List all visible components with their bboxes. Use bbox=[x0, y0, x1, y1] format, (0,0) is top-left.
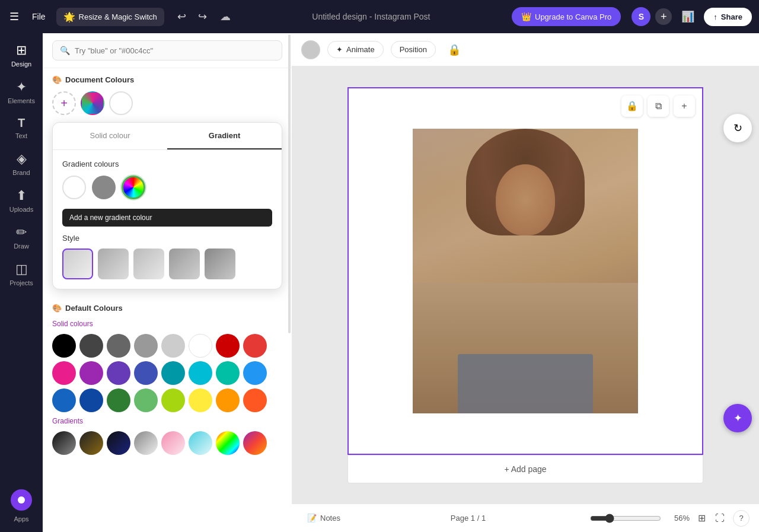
swatch-black[interactable] bbox=[52, 334, 76, 358]
analytics-icon[interactable]: 📊 bbox=[677, 8, 699, 26]
projects-icon: ◫ bbox=[15, 262, 28, 277]
gradient-swatch-1[interactable] bbox=[52, 431, 76, 455]
swatch-darkgreen[interactable] bbox=[107, 388, 130, 412]
swatch-midgray[interactable] bbox=[134, 334, 158, 358]
ai-assistant-button[interactable]: ✦ bbox=[723, 404, 752, 432]
sidebar-label-apps: Apps bbox=[14, 515, 28, 523]
palette-icon-2: 🎨 bbox=[52, 304, 62, 313]
file-menu[interactable]: File bbox=[27, 9, 50, 24]
menu-icon[interactable]: ☰ bbox=[7, 8, 21, 26]
swatch-lime[interactable] bbox=[161, 388, 185, 412]
sidebar-item-uploads[interactable]: ⬆ Uploads bbox=[4, 183, 39, 218]
swatch-blue[interactable] bbox=[243, 361, 267, 385]
bottom-bar: 📝 Notes Page 1 / 1 56% ⊞ ⛶ ? bbox=[292, 504, 759, 532]
sidebar-item-brand[interactable]: ◈ Brand bbox=[4, 146, 39, 181]
upgrade-button[interactable]: 👑 Upgrade to Canva Pro bbox=[512, 7, 621, 26]
canvas-viewport[interactable]: 🔒 ⧉ + bbox=[292, 66, 759, 504]
style-swatch-1[interactable] bbox=[62, 249, 93, 279]
default-colours-title: 🎨 Default Colours bbox=[52, 304, 282, 313]
sidebar-label-design: Design bbox=[11, 60, 31, 68]
gradient-swatch-3[interactable] bbox=[107, 431, 130, 455]
zoom-slider[interactable] bbox=[590, 514, 661, 523]
help-button[interactable]: ? bbox=[733, 510, 750, 527]
add-page-button[interactable]: + Add page bbox=[347, 455, 703, 483]
user-avatar[interactable]: S bbox=[632, 7, 650, 26]
swatch-darkred[interactable] bbox=[216, 334, 240, 358]
document-title[interactable]: Untitled design - Instagram Post bbox=[237, 12, 506, 21]
sidebar-item-draw[interactable]: ✏ Draw bbox=[4, 220, 39, 254]
magic-switch-button[interactable]: 🌟 Resize & Magic Switch bbox=[56, 8, 164, 26]
sidebar-item-elements[interactable]: ✦ Elements bbox=[4, 75, 39, 109]
swatch-white[interactable] bbox=[189, 334, 212, 358]
notes-button[interactable]: 📝 Notes bbox=[301, 510, 346, 526]
lock-canvas-button[interactable]: 🔒 bbox=[621, 95, 643, 117]
swatch-indigo[interactable] bbox=[134, 361, 158, 385]
sidebar-label-text: Text bbox=[15, 132, 27, 139]
gradient-swatch-white[interactable] bbox=[62, 176, 86, 199]
gradient-swatches bbox=[62, 176, 272, 199]
lock-button[interactable]: 🔒 bbox=[443, 41, 465, 59]
gradient-swatch-6[interactable] bbox=[189, 431, 212, 455]
canvas-container: 🔒 ⧉ + bbox=[347, 87, 703, 483]
add-collaborator-button[interactable]: + bbox=[655, 8, 672, 25]
sidebar-label-elements: Elements bbox=[8, 97, 35, 104]
sidebar-label-projects: Projects bbox=[9, 279, 33, 286]
gradient-swatch-2[interactable] bbox=[79, 431, 103, 455]
swatch-lightgray[interactable] bbox=[161, 334, 185, 358]
solid-colours-label: Solid colours bbox=[52, 320, 282, 328]
canvas-controls: 🔒 ⧉ + bbox=[621, 95, 695, 117]
swatch-darkcyan[interactable] bbox=[161, 361, 185, 385]
search-input[interactable] bbox=[75, 46, 275, 55]
document-gradient-swatch[interactable] bbox=[81, 91, 104, 115]
style-swatch-5[interactable] bbox=[205, 249, 235, 279]
sidebar-item-projects[interactable]: ◫ Projects bbox=[4, 257, 39, 291]
swatch-green[interactable] bbox=[134, 388, 158, 412]
swatch-yellow[interactable] bbox=[189, 388, 212, 412]
share-icon: ↑ bbox=[713, 12, 717, 21]
swatch-purple[interactable] bbox=[79, 361, 103, 385]
swatch-hotpink[interactable] bbox=[52, 361, 76, 385]
style-swatch-3[interactable] bbox=[133, 249, 164, 279]
swatch-orange[interactable] bbox=[216, 388, 240, 412]
undo-button[interactable]: ↩ bbox=[173, 8, 191, 26]
sidebar-label-brand: Brand bbox=[12, 169, 30, 176]
position-button[interactable]: Position bbox=[391, 41, 436, 58]
swatch-darkgray[interactable] bbox=[79, 334, 103, 358]
document-white-swatch[interactable] bbox=[109, 91, 133, 115]
swatch-cyan[interactable] bbox=[189, 361, 212, 385]
swatch-deeporange[interactable] bbox=[243, 388, 267, 412]
gradient-swatch-gray[interactable] bbox=[92, 176, 116, 199]
sidebar-item-text[interactable]: T Text bbox=[4, 112, 39, 144]
swatch-deeppurple[interactable] bbox=[107, 361, 130, 385]
add-document-colour-button[interactable]: + bbox=[52, 91, 76, 115]
save-to-cloud-icon[interactable]: ☁ bbox=[220, 10, 231, 23]
document-colours-section: 🎨 Document Colours + bbox=[43, 68, 292, 122]
gradient-swatch-8[interactable] bbox=[243, 431, 267, 455]
tab-gradient[interactable]: Gradient bbox=[167, 123, 282, 149]
swatch-navyblue[interactable] bbox=[79, 388, 103, 412]
magic-refresh-button[interactable]: ↻ bbox=[723, 114, 752, 142]
swatch-teal[interactable] bbox=[216, 361, 240, 385]
sidebar-item-apps[interactable]: Apps bbox=[4, 485, 39, 527]
tab-solid-colour[interactable]: Solid colour bbox=[53, 123, 167, 149]
sidebar-item-design[interactable]: ⊞ Design bbox=[4, 38, 39, 72]
fullscreen-button[interactable]: ⛶ bbox=[712, 510, 728, 526]
swatch-gray[interactable] bbox=[107, 334, 130, 358]
swatch-red[interactable] bbox=[243, 334, 267, 358]
add-gradient-colour-button[interactable] bbox=[122, 176, 145, 199]
expand-canvas-button[interactable]: + bbox=[674, 95, 695, 117]
gradient-swatch-5[interactable] bbox=[161, 431, 185, 455]
color-preview-swatch[interactable] bbox=[301, 40, 320, 59]
redo-button[interactable]: ↪ bbox=[193, 8, 212, 26]
canvas-frame[interactable]: 🔒 ⧉ + bbox=[347, 87, 703, 455]
style-swatch-4[interactable] bbox=[169, 249, 200, 279]
style-swatches bbox=[53, 249, 282, 289]
share-button[interactable]: ↑ Share bbox=[704, 8, 752, 26]
gradient-swatch-4[interactable] bbox=[134, 431, 158, 455]
style-swatch-2[interactable] bbox=[98, 249, 129, 279]
grid-view-button[interactable]: ⊞ bbox=[694, 510, 709, 526]
animate-button[interactable]: ✦ Animate bbox=[327, 41, 384, 58]
gradient-swatch-7[interactable] bbox=[216, 431, 240, 455]
duplicate-canvas-button[interactable]: ⧉ bbox=[648, 95, 669, 117]
swatch-darkblue[interactable] bbox=[52, 388, 76, 412]
